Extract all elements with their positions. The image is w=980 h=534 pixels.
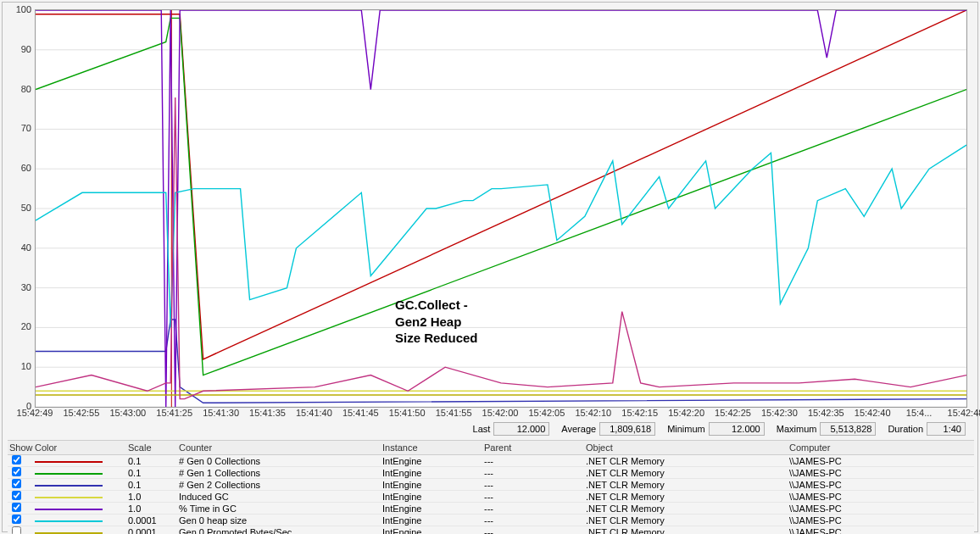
- legend-instance: IntEngine: [381, 492, 482, 502]
- x-tick-label: 15:41:35: [249, 408, 286, 418]
- x-tick-label: 15:42:49: [17, 408, 53, 418]
- legend-counter: Gen 0 heap size: [177, 515, 381, 526]
- y-tick-label: 50: [21, 203, 31, 213]
- chart-annotation: GC.Collect -Gen2 HeapSize Reduced: [395, 297, 478, 347]
- legend-scale: 1.0: [126, 492, 177, 502]
- stat-dur-value: 1:40: [927, 422, 966, 436]
- y-tick-label: 10: [21, 361, 31, 371]
- y-tick-label: 70: [21, 123, 31, 133]
- legend-show-checkbox[interactable]: [12, 455, 21, 464]
- x-axis-ticks: 15:42:4915:42:5515:43:0015:41:2515:41:30…: [35, 408, 966, 420]
- legend-color-swatch: [35, 520, 103, 522]
- legend-row[interactable]: 1.0Induced GCIntEngine---.NET CLR Memory…: [8, 491, 974, 503]
- legend-row[interactable]: 0.0001Gen 0 Promoted Bytes/SecIntEngine-…: [8, 526, 974, 534]
- legend-computer: \\JAMES-PC: [788, 480, 957, 490]
- legend-table[interactable]: Show Color Scale Counter Instance Parent…: [8, 440, 974, 534]
- legend-color-swatch: [35, 497, 103, 498]
- stat-min-value: 12.000: [709, 422, 765, 436]
- legend-header-row: Show Color Scale Counter Instance Parent…: [8, 440, 974, 455]
- x-tick-label: 15:43:00: [109, 408, 146, 418]
- legend-scale: 0.0001: [126, 527, 177, 535]
- legend-parent: ---: [482, 527, 584, 535]
- x-tick-label: 15:4...: [906, 408, 933, 418]
- legend-computer: \\JAMES-PC: [788, 456, 957, 466]
- legend-counter: # Gen 1 Collections: [177, 468, 381, 478]
- x-tick-label: 15:42:48: [948, 408, 980, 418]
- legend-computer: \\JAMES-PC: [788, 515, 957, 526]
- legend-computer: \\JAMES-PC: [788, 492, 957, 502]
- chart-plot-area[interactable]: GC.Collect -Gen2 HeapSize Reduced: [35, 9, 967, 408]
- stat-last-value: 12.000: [493, 422, 549, 436]
- stat-avg-label: Average: [561, 424, 596, 434]
- stats-row: Last 12.000 Average 1,809,618 Minimum 12…: [35, 421, 966, 437]
- legend-scale: 0.1: [126, 468, 177, 478]
- legend-scale: 0.0001: [126, 515, 177, 526]
- legend-scale: 0.1: [126, 480, 177, 490]
- y-tick-label: 90: [21, 44, 31, 54]
- series-line: [36, 10, 966, 359]
- legend-row[interactable]: 1.0% Time in GCIntEngine---.NET CLR Memo…: [8, 503, 974, 515]
- legend-show-checkbox[interactable]: [12, 526, 21, 534]
- x-tick-label: 15:42:25: [715, 408, 751, 418]
- legend-object: .NET CLR Memory: [584, 503, 788, 514]
- x-tick-label: 15:42:55: [63, 408, 99, 418]
- stat-dur-label: Duration: [888, 424, 923, 434]
- x-tick-label: 15:42:30: [761, 408, 798, 418]
- chart-svg: [36, 10, 966, 407]
- stat-min-label: Minimum: [667, 424, 705, 434]
- x-tick-label: 15:42:40: [855, 408, 891, 418]
- legend-instance: IntEngine: [381, 456, 482, 466]
- legend-parent: ---: [482, 456, 584, 466]
- x-tick-label: 15:41:40: [296, 408, 332, 418]
- x-tick-label: 15:42:05: [528, 408, 565, 418]
- x-tick-label: 15:41:25: [156, 408, 192, 418]
- legend-show-checkbox[interactable]: [12, 503, 21, 512]
- legend-header-show[interactable]: Show: [8, 442, 33, 453]
- legend-instance: IntEngine: [381, 515, 482, 526]
- x-tick-label: 15:41:30: [203, 408, 239, 418]
- x-tick-label: 15:42:10: [575, 408, 611, 418]
- legend-header-scale[interactable]: Scale: [126, 442, 177, 453]
- x-tick-label: 15:41:55: [436, 408, 472, 418]
- legend-object: .NET CLR Memory: [584, 468, 788, 478]
- legend-instance: IntEngine: [381, 503, 482, 514]
- x-tick-label: 15:42:35: [808, 408, 844, 418]
- x-tick-label: 15:42:15: [621, 408, 658, 418]
- legend-scale: 1.0: [126, 503, 177, 514]
- legend-counter: # Gen 0 Collections: [177, 456, 381, 466]
- perfmon-chart-frame: 0102030405060708090100 GC.Collect -Gen2 …: [2, 2, 978, 532]
- legend-show-checkbox[interactable]: [12, 479, 21, 488]
- legend-parent: ---: [482, 515, 584, 526]
- legend-computer: \\JAMES-PC: [788, 468, 957, 478]
- legend-color-swatch: [35, 473, 103, 475]
- legend-header-computer[interactable]: Computer: [788, 442, 957, 453]
- stat-avg-value: 1,809,618: [599, 422, 655, 436]
- stat-max-value: 5,513,828: [820, 422, 876, 436]
- legend-instance: IntEngine: [381, 468, 482, 478]
- legend-show-checkbox[interactable]: [12, 467, 21, 476]
- legend-header-counter[interactable]: Counter: [177, 442, 381, 453]
- legend-show-checkbox[interactable]: [12, 491, 21, 500]
- legend-row[interactable]: 0.1# Gen 0 CollectionsIntEngine---.NET C…: [8, 455, 974, 467]
- legend-instance: IntEngine: [381, 527, 482, 535]
- y-tick-label: 40: [21, 242, 31, 253]
- legend-color-swatch: [35, 485, 103, 487]
- legend-header-parent[interactable]: Parent: [482, 442, 584, 453]
- legend-header-object[interactable]: Object: [584, 442, 788, 453]
- y-tick-label: 30: [21, 282, 31, 292]
- y-tick-label: 60: [21, 163, 31, 173]
- legend-row[interactable]: 0.1# Gen 1 CollectionsIntEngine---.NET C…: [8, 467, 974, 479]
- legend-header-color[interactable]: Color: [33, 442, 126, 453]
- stat-last-label: Last: [473, 424, 491, 434]
- legend-instance: IntEngine: [381, 480, 482, 490]
- series-line: [36, 145, 966, 327]
- x-tick-label: 15:41:45: [342, 408, 379, 418]
- legend-counter: % Time in GC: [177, 503, 381, 514]
- legend-row[interactable]: 0.0001Gen 0 heap sizeIntEngine---.NET CL…: [8, 515, 974, 526]
- x-tick-label: 15:42:20: [668, 408, 704, 418]
- x-tick-label: 15:42:00: [482, 408, 519, 418]
- y-tick-label: 80: [21, 84, 31, 94]
- legend-row[interactable]: 0.1# Gen 2 CollectionsIntEngine---.NET C…: [8, 479, 974, 491]
- legend-header-instance[interactable]: Instance: [381, 442, 482, 453]
- legend-show-checkbox[interactable]: [12, 515, 21, 524]
